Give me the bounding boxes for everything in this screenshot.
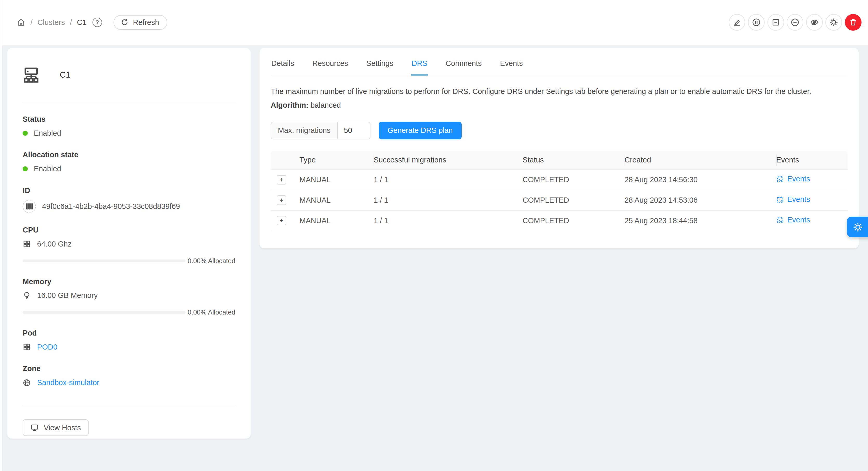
monitor-icon — [30, 424, 39, 432]
help-icon[interactable]: ? — [92, 18, 102, 27]
floating-settings-button[interactable] — [847, 217, 868, 237]
col-type: Type — [300, 151, 374, 169]
cell-type: MANUAL — [300, 196, 374, 204]
tab-events[interactable]: Events — [499, 52, 523, 75]
delete-button[interactable] — [845, 14, 862, 31]
main-content: C1 Status Enabled Allocation state Enabl… — [0, 45, 868, 439]
drs-controls: Max. migrations Generate DRS plan — [271, 122, 848, 139]
drs-plans-table: Type Successful migrations Status Create… — [271, 151, 848, 231]
allocation-dot-icon — [23, 166, 28, 171]
barcode-icon[interactable] — [23, 200, 36, 213]
cpu-progress-bar — [23, 260, 186, 262]
id-value: 49f0c6a1-4b2b-4ba4-9053-33c08d839f69 — [42, 202, 180, 211]
cpu-allocated-text: 0.00% Allocated — [188, 257, 235, 265]
cell-migrations: 1 / 1 — [374, 175, 523, 184]
cell-migrations: 1 / 1 — [374, 196, 523, 204]
breadcrumb-current: C1 — [77, 18, 87, 27]
col-successful-migrations: Successful migrations — [374, 151, 523, 169]
box-minus-icon — [772, 18, 780, 27]
allocation-label: Allocation state — [23, 150, 235, 159]
row-events-link[interactable]: Events — [776, 216, 810, 224]
home-icon[interactable] — [17, 18, 26, 27]
refresh-button[interactable]: Refresh — [114, 15, 167, 30]
cell-created: 25 Aug 2023 18:44:58 — [625, 216, 776, 225]
pause-circle-icon — [752, 18, 761, 27]
max-migrations-group: Max. migrations — [271, 122, 370, 139]
breadcrumb-clusters[interactable]: Clusters — [37, 18, 65, 27]
col-created: Created — [625, 151, 776, 169]
algorithm-line: Algorithm: balanced — [271, 101, 848, 109]
tab-settings[interactable]: Settings — [366, 52, 394, 75]
expand-row-button[interactable]: + — [277, 216, 286, 225]
algorithm-label: Algorithm: — [271, 101, 308, 109]
drs-description: The maximum number of live migrations to… — [271, 86, 848, 97]
cell-status: COMPLETED — [523, 216, 625, 225]
allocation-value: Enabled — [34, 165, 61, 173]
memory-section: Memory 16.00 GB Memory 0.00% Allocated — [23, 277, 235, 316]
status-dot-icon — [23, 131, 28, 136]
status-label: Status — [23, 115, 235, 124]
eye-slash-icon — [810, 18, 819, 27]
cluster-info-card: C1 Status Enabled Allocation state Enabl… — [7, 48, 251, 438]
entity-header: C1 — [23, 48, 235, 83]
cpu-label: CPU — [23, 226, 235, 234]
zone-link[interactable]: Sandbox-simulator — [37, 378, 99, 387]
header-actions — [729, 14, 862, 31]
row-events-link[interactable]: Events — [776, 195, 810, 204]
disable-button[interactable] — [787, 14, 803, 31]
circle-minus-icon — [790, 18, 799, 27]
edit-button[interactable] — [729, 14, 745, 31]
bulb-icon — [23, 292, 31, 300]
generate-drs-plan-button[interactable]: Generate DRS plan — [379, 122, 462, 139]
calendar-icon — [776, 196, 784, 203]
tab-bar: Details Resources Settings DRS Comments … — [271, 48, 848, 75]
unmanage-button[interactable] — [768, 14, 784, 31]
collapsed-sidebar-edge — [0, 0, 2, 471]
status-section: Status Enabled — [23, 115, 235, 138]
pause-button[interactable] — [748, 14, 765, 31]
refresh-label: Refresh — [133, 18, 159, 27]
tab-drs[interactable]: DRS — [411, 52, 428, 75]
col-events: Events — [776, 151, 848, 169]
allocation-section: Allocation state Enabled — [23, 150, 235, 173]
tab-details[interactable]: Details — [271, 52, 294, 75]
cpu-section: CPU 64.00 Ghz 0.00% Allocated — [23, 226, 235, 264]
tab-comments[interactable]: Comments — [445, 52, 482, 75]
calendar-icon — [776, 216, 784, 224]
table-row: + MANUAL 1 / 1 COMPLETED 28 Aug 2023 14:… — [271, 190, 848, 211]
cell-type: MANUAL — [300, 216, 374, 225]
tab-resources[interactable]: Resources — [312, 52, 349, 75]
expand-row-button[interactable]: + — [277, 195, 286, 205]
col-status: Status — [523, 151, 625, 169]
divider — [23, 406, 235, 406]
cell-status: COMPLETED — [523, 196, 625, 204]
id-section: ID 49f0c6a1-4b2b-4ba4-9053-33c08d839f69 — [23, 186, 235, 213]
max-migrations-input[interactable] — [338, 122, 370, 139]
row-events-link[interactable]: Events — [776, 175, 810, 183]
divider — [23, 102, 235, 102]
pod-grid-icon — [23, 343, 31, 351]
settings-button[interactable] — [826, 14, 842, 31]
cell-type: MANUAL — [300, 175, 374, 184]
zone-label: Zone — [23, 364, 235, 373]
breadcrumb-separator: / — [30, 18, 32, 27]
calendar-icon — [776, 175, 784, 183]
cell-status: COMPLETED — [523, 175, 625, 184]
pod-link[interactable]: POD0 — [37, 343, 57, 351]
memory-label: Memory — [23, 277, 235, 286]
hide-button[interactable] — [806, 14, 823, 31]
zone-section: Zone Sandbox-simulator — [23, 364, 235, 387]
cpu-value: 64.00 Ghz — [37, 240, 72, 248]
view-hosts-button[interactable]: View Hosts — [23, 419, 89, 436]
trash-icon — [849, 18, 857, 27]
cpu-grid-icon — [23, 240, 31, 248]
gear-icon — [853, 222, 863, 232]
max-migrations-addon: Max. migrations — [271, 122, 338, 139]
expand-row-button[interactable]: + — [277, 175, 286, 184]
expand-column-header — [271, 151, 300, 169]
breadcrumb-separator: / — [70, 18, 72, 27]
app-root: / Clusters / C1 ? Refresh — [0, 0, 868, 471]
table-header-row: Type Successful migrations Status Create… — [271, 151, 848, 170]
gear-icon — [829, 18, 838, 27]
table-row: + MANUAL 1 / 1 COMPLETED 25 Aug 2023 18:… — [271, 211, 848, 231]
